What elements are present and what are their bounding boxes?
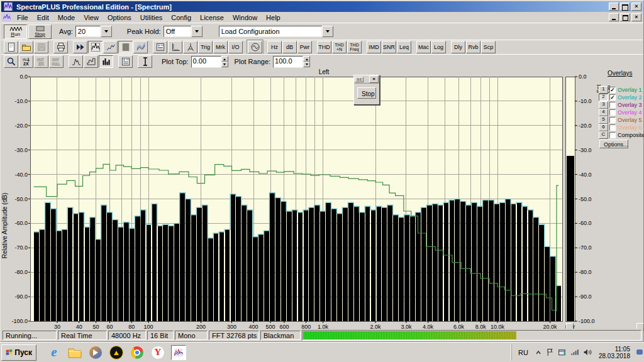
plot-range-up-button[interactable] <box>303 56 310 62</box>
display-settings-button[interactable] <box>118 55 133 68</box>
overlay-on-checkbox-6[interactable] <box>609 124 616 131</box>
overlay-set-button-4[interactable]: 4 <box>599 109 608 116</box>
imd-button[interactable]: IMD <box>367 41 381 53</box>
overlay-set-button-6[interactable]: 6 <box>599 124 608 131</box>
menu-license[interactable]: License <box>196 13 228 22</box>
avg-combo[interactable]: 20 <box>75 26 112 37</box>
menu-file[interactable]: File <box>13 13 33 22</box>
bar-display-button[interactable] <box>99 55 113 68</box>
menu-view[interactable]: View <box>79 13 103 22</box>
leq-button[interactable]: Leq <box>397 41 411 53</box>
maximize-button[interactable] <box>620 3 630 11</box>
close-button[interactable]: × <box>631 3 641 11</box>
logging-button[interactable]: Log <box>431 41 446 53</box>
thd-button[interactable]: THD <box>317 41 331 53</box>
macro-button[interactable]: Mac <box>416 41 431 53</box>
stop-dialog-titlebar[interactable]: 44 × <box>354 75 379 84</box>
overlay-set-button-1[interactable]: 1 <box>599 86 608 94</box>
zoom-in-2x-button[interactable]: IN2X <box>19 55 33 68</box>
overlay-on-checkbox-3[interactable] <box>609 102 616 108</box>
overlay-set-button-5[interactable]: 5 <box>599 116 608 124</box>
avg-dropdown-arrow[interactable] <box>101 26 112 37</box>
run-button[interactable]: Run <box>4 25 27 39</box>
step-display-button[interactable] <box>84 55 98 68</box>
scaling-button[interactable] <box>168 41 182 53</box>
marker-tool-button[interactable] <box>138 55 152 68</box>
flag-icon[interactable] <box>546 348 554 356</box>
file-explorer-icon[interactable] <box>67 345 82 360</box>
load-configuration-combo[interactable]: Load Configuration <box>219 26 333 37</box>
thd-plus-n-button[interactable]: THD +N <box>332 41 347 53</box>
media-player-icon[interactable] <box>88 345 103 360</box>
internet-explorer-icon[interactable]: e <box>47 345 62 360</box>
print-button[interactable] <box>53 41 68 53</box>
units-pwr-button[interactable]: Pwr <box>297 41 312 53</box>
overlays-options-button[interactable]: Options... <box>599 140 628 148</box>
reverb-button[interactable]: Rvb <box>466 41 480 53</box>
overlay-set-button-3[interactable]: 3 <box>599 101 608 109</box>
plot-top-up-button[interactable] <box>221 56 228 62</box>
snr-button[interactable]: SNR <box>382 41 396 53</box>
peak-display-button[interactable] <box>69 55 83 68</box>
load-configuration-dropdown-arrow[interactable] <box>322 26 333 37</box>
signal-generator-button[interactable] <box>248 41 262 53</box>
windows-update-icon[interactable] <box>558 348 567 357</box>
start-button[interactable]: Пуск <box>1 344 36 361</box>
clock[interactable]: 11:05 28.03.2018 <box>599 346 630 359</box>
plot-top-down-button[interactable] <box>221 62 228 67</box>
stop-button[interactable]: Stop <box>28 25 52 39</box>
overlay-on-checkbox-4[interactable] <box>609 109 616 116</box>
plot-top-input[interactable]: 0.00 <box>191 56 221 68</box>
spectrogram-view-button[interactable] <box>118 41 133 53</box>
mdi-close-button[interactable]: × <box>631 13 641 21</box>
surface-view-button[interactable] <box>133 41 148 53</box>
spectrum-chart[interactable]: Left0.00.0-10.0-10.0-20.0-20.0-30.0-30.0… <box>1 69 599 329</box>
spectraplus-icon[interactable] <box>171 345 186 360</box>
network-signal-icon[interactable] <box>570 348 579 356</box>
open-file-button[interactable] <box>19 41 33 53</box>
mdi-minimize-button[interactable] <box>609 13 619 21</box>
minimize-button[interactable] <box>609 3 619 11</box>
thd-freq-button[interactable]: THD Freq <box>347 41 362 53</box>
menu-edit[interactable]: Edit <box>33 13 53 22</box>
markers-button[interactable]: Mrk <box>213 41 228 53</box>
stop-dialog-close-icon[interactable]: × <box>369 75 379 83</box>
process-button[interactable] <box>73 41 87 53</box>
calibration-button[interactable] <box>183 41 197 53</box>
menu-options[interactable]: Options <box>103 13 136 22</box>
mdi-restore-button[interactable] <box>620 13 630 21</box>
zoom-tool-button[interactable] <box>4 55 18 68</box>
time-series-view-button[interactable] <box>103 41 118 53</box>
io-device-button[interactable]: I/O <box>228 41 243 53</box>
show-desktop-button[interactable] <box>636 346 643 359</box>
menu-help[interactable]: Help <box>262 13 285 22</box>
overlay-set-button-C[interactable]: C <box>599 131 608 139</box>
chrome-icon[interactable] <box>130 345 145 360</box>
delay-button[interactable]: Dly <box>451 41 465 53</box>
overlay-on-checkbox-5[interactable] <box>609 117 616 123</box>
peak-hold-dropdown-arrow[interactable] <box>191 26 203 37</box>
menu-window[interactable]: Window <box>228 13 262 22</box>
stop-capture-button[interactable]: Stop <box>357 87 376 99</box>
processing-settings-button[interactable] <box>153 41 167 53</box>
new-file-button[interactable] <box>4 41 18 53</box>
language-indicator[interactable]: RU <box>516 348 531 358</box>
document-icon[interactable] <box>3 13 11 21</box>
units-db-button[interactable]: dB <box>282 41 297 53</box>
aimp-icon[interactable] <box>109 345 124 360</box>
scope-button[interactable]: Scp <box>481 41 496 53</box>
plot-range-input[interactable]: 100.0 <box>273 56 303 68</box>
overlay-on-checkbox-2[interactable]: ✓ <box>609 94 616 101</box>
peak-hold-combo[interactable]: Off <box>164 26 203 37</box>
hidden-icons-chevron-icon[interactable] <box>535 349 542 356</box>
units-hz-button[interactable]: Hz <box>267 41 282 53</box>
spectrum-view-button[interactable] <box>88 41 103 53</box>
overlay-set-button-2[interactable]: 2 <box>599 94 608 101</box>
menu-mode[interactable]: Mode <box>53 13 80 22</box>
overlay-on-checkbox-1[interactable]: ✓ <box>609 87 616 93</box>
volume-icon[interactable] <box>583 348 592 356</box>
yandex-browser-icon[interactable]: Y <box>150 345 165 360</box>
plot-range-down-button[interactable] <box>303 62 310 67</box>
trigger-button[interactable]: Trig <box>198 41 213 53</box>
menu-config[interactable]: Config <box>167 13 196 22</box>
